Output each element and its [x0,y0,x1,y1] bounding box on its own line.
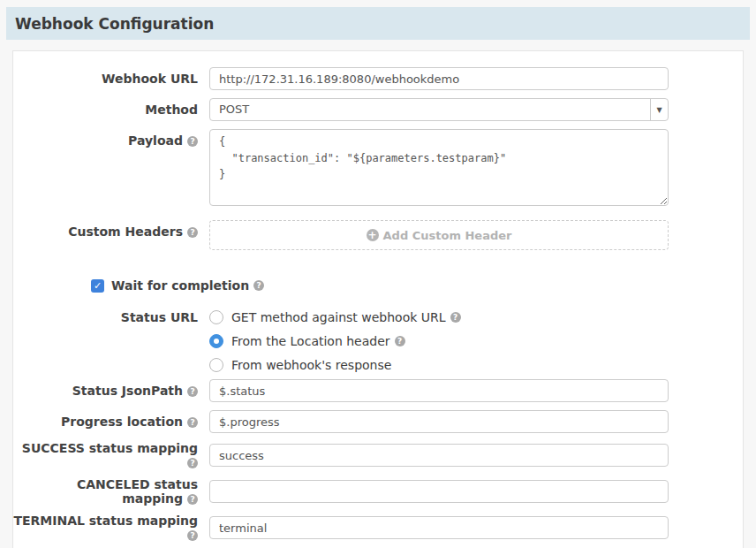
terminal-mapping-input[interactable] [209,516,669,539]
add-custom-header-label: Add Custom Header [383,229,512,242]
radio-option-label: From the Location header [231,334,390,348]
payload-label: Payload [128,133,183,148]
method-label: Method [145,103,198,117]
help-icon[interactable]: ? [187,530,198,541]
radio-icon[interactable] [209,310,223,324]
radio-icon[interactable] [209,358,223,372]
method-selected-value: POST [210,99,650,120]
webhook-form-card: Webhook URL Method POST ▼ Payload? Custo… [12,50,744,548]
help-icon[interactable]: ? [187,494,198,505]
help-icon[interactable]: ? [187,227,198,238]
plus-icon: + [367,229,379,241]
success-mapping-label: SUCCESS status mapping [22,441,198,455]
canceled-mapping-input[interactable] [209,480,669,503]
method-select[interactable]: POST ▼ [209,98,669,121]
success-mapping-row: SUCCESS status mapping? [13,441,743,469]
radio-icon-selected[interactable] [209,334,223,348]
help-icon[interactable]: ? [187,386,198,397]
chevron-down-icon[interactable]: ▼ [650,99,668,120]
help-icon[interactable]: ? [187,417,198,428]
canceled-mapping-row: CANCELED status mapping? [13,477,743,506]
page-title: Webhook Configuration [15,15,214,33]
custom-headers-label: Custom Headers [68,225,183,239]
panel-header: Webhook Configuration [6,7,750,40]
radio-option-location-header[interactable]: From the Location header? [209,334,669,348]
help-icon[interactable]: ? [253,280,264,291]
terminal-mapping-label: TERMINAL status mapping [13,514,198,528]
webhook-url-input[interactable] [209,67,669,90]
custom-headers-dropzone: + Add Custom Header [209,220,669,250]
progress-location-label: Progress location [61,415,183,429]
status-url-label: Status URL [121,310,198,324]
status-url-row: Status URL GET method against webhook UR… [13,310,743,372]
payload-textarea[interactable] [209,129,669,206]
help-icon[interactable]: ? [450,312,461,323]
radio-option-label: GET method against webhook URL [231,310,446,324]
canceled-mapping-label: CANCELED status mapping [77,477,198,506]
payload-row: Payload? [13,129,743,209]
radio-option-webhook-response[interactable]: From webhook's response [209,358,669,372]
status-url-radio-group: GET method against webhook URL? From the… [209,310,669,372]
progress-location-input[interactable] [209,410,669,433]
webhook-url-label: Webhook URL [102,72,198,86]
webhook-url-row: Webhook URL [13,67,743,90]
custom-headers-row: Custom Headers? + Add Custom Header [13,220,743,250]
radio-option-get-method[interactable]: GET method against webhook URL? [209,310,669,324]
help-icon[interactable]: ? [395,336,405,346]
status-jsonpath-input[interactable] [209,379,669,402]
progress-location-row: Progress location? [13,410,743,433]
radio-option-label: From webhook's response [231,358,391,372]
wait-for-completion-row: ✓ Wait for completion? [91,278,743,293]
success-mapping-input[interactable] [209,444,669,467]
wait-for-completion-label: Wait for completion [111,278,249,293]
add-custom-header-button[interactable]: + Add Custom Header [361,228,518,243]
wait-for-completion-checkbox[interactable]: ✓ [91,279,104,293]
help-icon[interactable]: ? [187,136,198,147]
help-icon[interactable]: ? [187,458,198,468]
status-jsonpath-row: Status JsonPath? [13,379,743,402]
status-jsonpath-label: Status JsonPath [72,384,183,398]
terminal-mapping-row: TERMINAL status mapping? [13,514,743,542]
method-row: Method POST ▼ [13,98,743,121]
